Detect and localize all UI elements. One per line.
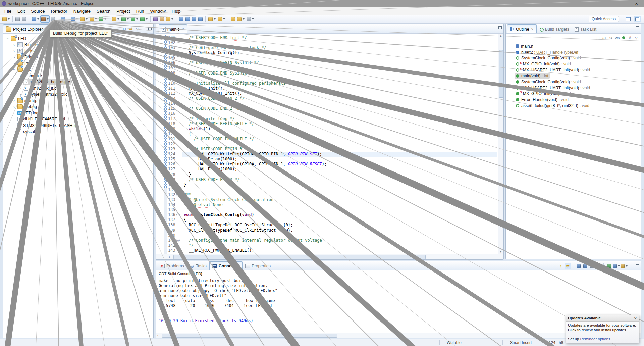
outline-item-main-void-[interactable]: main(void) : int [506,73,641,79]
dropdown-caret-icon[interactable] [117,18,119,20]
code-line-110[interactable]: 110 /* Initialize all configured periphe… [156,81,498,86]
code-line-109[interactable]: 109 [156,76,498,81]
word-wrap-button[interactable] [191,15,197,23]
back-button[interactable] [236,15,246,23]
new-profile-config-button[interactable] [89,15,98,23]
code-line-143[interactable]: 143 __HAL_RCC_PWR_CLK_ENABLE(); [156,248,498,253]
tree-item-main-c[interactable]: ›main.c [3,72,153,79]
code-line-112[interactable]: 112 MX_USART2_UART_Init(); [156,91,498,96]
code-line-105[interactable]: 105 [156,55,498,60]
menu-window[interactable]: Window [147,8,169,14]
code-line-113[interactable]: 113 /* USER CODE BEGIN 2 */ [156,96,498,101]
show-blocks-button[interactable] [197,15,204,23]
code-line-142[interactable]: 142 */ [156,243,498,248]
fold-minus-icon[interactable]: − [176,213,180,216]
clear-console-icon[interactable] [596,263,602,269]
code-line-108[interactable]: 108 /* USER CODE END SysInit */ [156,71,498,76]
tree-item-includes[interactable]: ›Includes [3,48,153,54]
view-menu-icon[interactable]: ▽ [135,26,140,31]
search-button[interactable] [165,15,174,23]
code-line-134[interactable]: 134 * @retval None [156,202,498,207]
close-tab-icon[interactable]: × [182,27,184,32]
new-debug-config-button[interactable] [70,15,79,23]
open-task-button[interactable] [159,15,165,23]
code-line-128[interactable]: 128 } [156,172,498,177]
chevron-expanded-icon[interactable]: › [12,67,16,72]
code-line-130[interactable]: 130} [156,182,498,187]
skip-all-breakpoints-button[interactable] [31,15,40,23]
menu-file[interactable]: File [1,8,14,14]
tree-item-stm32f4xx-it-c[interactable]: ›stm32f4xx_it.c [3,85,153,91]
dropdown-caret-icon[interactable] [171,18,173,20]
open-perspective-icon[interactable] [625,16,632,22]
quick-access-box[interactable]: Quick Access [589,16,619,22]
menu-source[interactable]: Source [28,8,48,14]
chevron-collapsed-icon[interactable]: › [12,55,16,59]
chevron-collapsed-icon[interactable]: › [18,73,23,78]
fold-minus-icon[interactable]: − [176,239,180,242]
dropdown-caret-icon[interactable] [214,18,216,20]
chevron-collapsed-icon[interactable]: › [18,92,23,97]
hide-non-public-icon[interactable] [621,35,626,40]
code-line-136[interactable]: 136−void SystemClock_Config(void) [156,212,498,217]
chevron-collapsed-icon[interactable]: › [18,86,23,90]
code-line-138[interactable]: 138 RCC_OscInitTypeDef RCC_OscInitStruct… [156,223,498,228]
minimize-panel-icon[interactable] [142,27,146,31]
editor-vertical-scrollbar[interactable]: ▲ ▼ [498,34,503,254]
tree-item-syscalls-c[interactable]: ›syscalls.c [3,129,153,135]
code-line-101[interactable]: 101 /* USER CODE END Init */ [156,35,498,40]
sort-alphabetically-icon[interactable]: a↓ [602,35,607,40]
chevron-collapsed-icon[interactable]: › [12,61,16,65]
code-line-125[interactable]: 125 HAL_Delay(1000); [156,157,498,162]
c-cpp-perspective-icon[interactable] [634,16,641,22]
tab-properties[interactable]: Properties [243,262,273,270]
tree-item-inc[interactable]: ›Inc [3,60,153,66]
tab-outline[interactable]: Outline × [507,24,537,33]
maximize-panel-icon[interactable] [498,26,502,30]
code-line-127[interactable]: 127 HAL_Delay(1000); [156,167,498,172]
fold-minus-icon[interactable]: − [176,193,180,196]
prev-annotation-button[interactable] [217,15,226,23]
code-line-114[interactable]: 114 [156,101,498,106]
code-line-120[interactable]: 120 { [156,132,498,137]
show-console-on-change-icon[interactable]: ⇄ [565,263,571,269]
show-whitespace-button[interactable] [184,15,191,23]
outline-item-systemclock-config-void-[interactable]: SystemClock_Config(void) : void [506,79,641,85]
dropdown-caret-icon[interactable] [76,18,78,20]
toggle-mark-button[interactable] [178,15,184,23]
refresh-config-button[interactable] [98,15,107,23]
tab-tasks[interactable]: Tasks [187,262,209,270]
code-line-121[interactable]: 121 /* USER CODE END WHILE */ [156,137,498,142]
pin-console-icon[interactable] [606,263,612,269]
open-console-icon[interactable] [621,263,628,269]
code-line-137[interactable]: 137{ [156,217,498,223]
code-line-104[interactable]: 104 SystemClock_Config(); [156,50,498,55]
tree-item-debug[interactable]: ›Debug [3,104,153,110]
menu-edit[interactable]: Edit [14,8,28,14]
dropdown-caret-icon[interactable] [223,18,225,20]
close-tab-icon[interactable]: × [45,27,47,32]
code-line-107[interactable]: 107 [156,66,498,71]
save-button[interactable] [14,15,21,23]
maximize-panel-icon[interactable] [636,264,640,268]
link-with-editor-icon[interactable]: ⇄ [128,26,133,31]
close-tab-icon[interactable]: × [237,264,239,268]
tab-console[interactable]: Console× [209,261,243,270]
dropdown-caret-icon[interactable] [104,18,106,20]
menu-run[interactable]: Run [133,8,147,14]
scroll-lock-up-icon[interactable]: ↑ [558,263,564,269]
outline-item-mx-gpio-init-void-[interactable]: SMX_GPIO_Init(void) : void [506,91,641,97]
outline-item-assert-failed-uint8-t-uint32-t-[interactable]: assert_failed(uint8_t*, uint32_t) : void [506,103,641,109]
dropdown-caret-icon[interactable] [86,18,88,20]
outline-item-mx-usart2-uart-init-void-[interactable]: SMX_USART2_UART_Init(void) : void [506,67,641,73]
run-button[interactable] [130,15,139,23]
code-line-124[interactable]: 124 HAL_GPIO_WritePin(GPIOA, GPIO_PIN_1,… [156,152,498,157]
debug-button[interactable] [120,15,130,23]
code-line-116[interactable]: 116 [156,111,498,116]
scrollbar-thumb[interactable] [162,334,337,338]
show-stdout-icon[interactable] [576,263,582,269]
reminder-options-link[interactable]: Reminder options [580,337,610,341]
tree-item-stm32f446retx-flash-ld[interactable]: ›STM32F446RETx_FLASH.ld [3,122,153,129]
outline-item-systemclock-config-void-[interactable]: SystemClock_Config(void) : void [506,55,641,61]
tree-item-system-stm32f4xx-c[interactable]: ›system_stm32f4xx.c [3,91,153,98]
